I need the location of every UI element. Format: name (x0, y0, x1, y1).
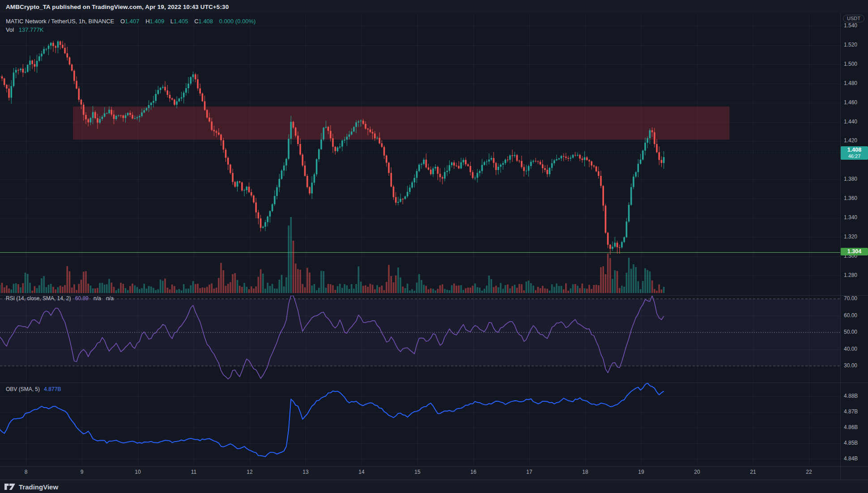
volume-legend: Vol 137.777K (6, 26, 43, 33)
price-tick-label: 1.520 (844, 42, 867, 48)
rsi-pane[interactable] (0, 295, 840, 382)
brand-bar: TradingView (0, 480, 868, 493)
obv-tick-label: 4.84B (844, 455, 867, 462)
rsi-tick-label: 60.00 (844, 312, 867, 319)
time-tick-label: 13 (302, 469, 308, 475)
rsi-legend: RSI (14, close, SMA, 14, 2) 60.89 n/a n/… (6, 295, 114, 302)
time-tick-label: 14 (358, 469, 364, 475)
low-value: 1.405 (174, 18, 188, 25)
obv-value: 4.877B (44, 386, 61, 392)
symbol-title: MATIC Network / TetherUS, 1h, BINANCE (6, 18, 114, 25)
bar-countdown: 46:27 (841, 153, 868, 159)
close-label: C (194, 18, 198, 25)
time-tick-label: 22 (806, 469, 812, 475)
high-value: 1.409 (150, 18, 165, 25)
rsi-value: 60.89 (75, 295, 89, 302)
time-tick-label: 9 (81, 469, 84, 475)
close-value: 1.408 (199, 18, 213, 25)
time-tick-label: 17 (526, 469, 532, 475)
tradingview-published-chart: AMBCrypto_TA published on TradingView.co… (0, 0, 868, 493)
tradingview-logo[interactable]: TradingView (4, 483, 58, 491)
price-tick-label: 1.320 (844, 234, 867, 240)
last-price-badge: 1.408 46:27 (841, 146, 868, 160)
price-tick-label: 1.460 (844, 99, 867, 106)
rsi-tick-label: 30.00 (844, 362, 867, 369)
currency-badge[interactable]: USDT (843, 15, 864, 22)
time-tick-label: 8 (25, 469, 28, 475)
volume-value: 137.777K (19, 26, 44, 33)
price-tick-label: 1.360 (844, 195, 867, 201)
time-tick-label: 21 (750, 469, 756, 475)
rsi-tick-label: 50.00 (844, 329, 867, 335)
time-tick-label: 20 (694, 469, 700, 475)
rsi-na-1: n/a (94, 295, 101, 302)
support-level-badge: 1.304 (841, 248, 868, 255)
time-tick-label: 18 (582, 469, 588, 475)
price-tick-label: 1.280 (844, 272, 867, 278)
rsi-na-2: n/a (106, 295, 114, 302)
price-tick-label: 1.380 (844, 176, 867, 182)
time-tick-label: 11 (191, 469, 196, 475)
rsi-tick-label: 70.00 (844, 295, 867, 302)
time-tick-label: 19 (638, 469, 644, 475)
change-value: 0.000 (0.00%) (219, 18, 256, 25)
time-tick-label: 15 (414, 469, 420, 475)
time-axis[interactable] (0, 466, 868, 480)
price-tick-label: 1.540 (844, 22, 867, 29)
high-label: H (145, 18, 149, 25)
obv-pane[interactable] (0, 382, 840, 466)
price-tick-label: 1.420 (844, 137, 867, 144)
price-tick-label: 1.340 (844, 214, 867, 221)
price-pane[interactable] (0, 13, 840, 295)
rsi-title: RSI (14, close, SMA, 14, 2) (6, 295, 71, 302)
time-tick-label: 12 (247, 469, 252, 475)
price-tick-label: 1.500 (844, 61, 867, 67)
symbol-legend: MATIC Network / TetherUS, 1h, BINANCE O1… (6, 18, 255, 25)
obv-tick-label: 4.85B (844, 440, 867, 446)
open-value: 1.407 (125, 18, 140, 25)
obv-tick-label: 4.88B (844, 393, 867, 399)
price-tick-label: 1.480 (844, 80, 867, 86)
rsi-tick-label: 40.00 (844, 346, 867, 352)
price-tick-label: 1.440 (844, 119, 867, 125)
last-price-value: 1.408 (841, 147, 868, 153)
time-tick-label: 16 (470, 469, 476, 475)
tradingview-logo-icon (4, 483, 16, 490)
obv-tick-label: 4.87B (844, 408, 867, 415)
obv-legend: OBV (SMA, 5) 4.877B (6, 386, 61, 392)
volume-label: Vol (6, 26, 14, 33)
low-label: L (170, 18, 174, 25)
tradingview-logo-text: TradingView (19, 483, 58, 491)
obv-title: OBV (SMA, 5) (6, 386, 40, 392)
obv-tick-label: 4.86B (844, 424, 867, 430)
open-label: O (120, 18, 125, 25)
time-tick-label: 10 (135, 469, 140, 475)
